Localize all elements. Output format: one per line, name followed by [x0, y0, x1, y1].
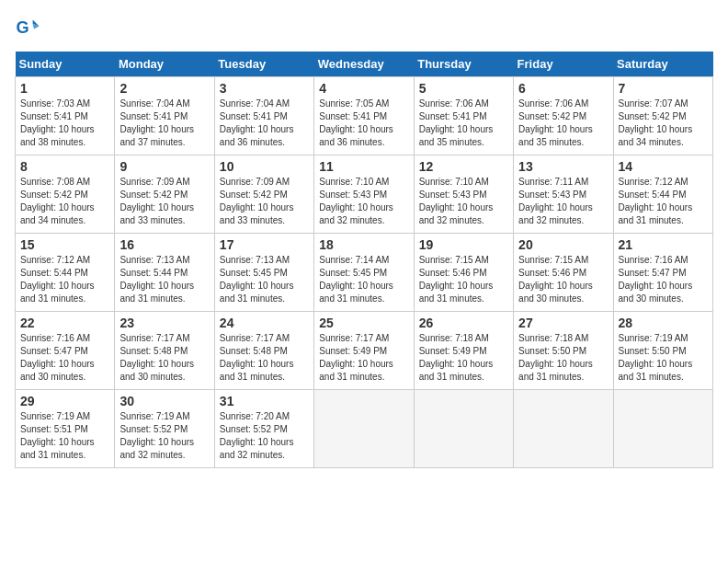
calendar-cell: 20Sunrise: 7:15 AMSunset: 5:46 PMDayligh…	[514, 234, 613, 312]
cell-info: Sunrise: 7:04 AMSunset: 5:41 PMDaylight:…	[119, 98, 209, 149]
calendar-cell: 30Sunrise: 7:19 AMSunset: 5:52 PMDayligh…	[115, 390, 214, 468]
logo-icon: G	[15, 15, 40, 40]
calendar-cell	[414, 390, 513, 468]
cell-info: Sunrise: 7:08 AMSunset: 5:42 PMDaylight:…	[20, 176, 109, 227]
cell-info: Sunrise: 7:15 AMSunset: 5:46 PMDaylight:…	[419, 254, 508, 305]
calendar-cell: 24Sunrise: 7:17 AMSunset: 5:48 PMDayligh…	[214, 312, 313, 390]
calendar-cell: 25Sunrise: 7:17 AMSunset: 5:49 PMDayligh…	[314, 312, 414, 390]
calendar-cell: 9Sunrise: 7:09 AMSunset: 5:42 PMDaylight…	[115, 155, 214, 234]
day-number: 27	[518, 316, 608, 330]
day-number: 12	[419, 159, 508, 174]
day-number: 11	[319, 159, 408, 174]
cell-info: Sunrise: 7:19 AMSunset: 5:52 PMDaylight:…	[119, 410, 209, 462]
calendar-cell: 12Sunrise: 7:10 AMSunset: 5:43 PMDayligh…	[414, 155, 513, 234]
calendar-cell: 4Sunrise: 7:05 AMSunset: 5:41 PMDaylight…	[314, 77, 414, 155]
day-number: 14	[619, 159, 708, 174]
cell-info: Sunrise: 7:13 AMSunset: 5:44 PMDaylight:…	[119, 254, 209, 305]
day-number: 20	[518, 237, 608, 252]
week-row-1: 1Sunrise: 7:03 AMSunset: 5:41 PMDaylight…	[16, 77, 713, 155]
cell-info: Sunrise: 7:18 AMSunset: 5:49 PMDaylight:…	[419, 332, 508, 384]
calendar-cell	[514, 390, 613, 468]
day-number: 30	[119, 394, 209, 408]
calendar-cell: 3Sunrise: 7:04 AMSunset: 5:41 PMDaylight…	[214, 77, 313, 155]
col-header-thursday: Thursday	[414, 52, 513, 77]
calendar-cell: 17Sunrise: 7:13 AMSunset: 5:45 PMDayligh…	[214, 234, 313, 312]
calendar-cell: 14Sunrise: 7:12 AMSunset: 5:44 PMDayligh…	[613, 155, 712, 234]
day-number: 4	[319, 81, 408, 96]
week-row-4: 22Sunrise: 7:16 AMSunset: 5:47 PMDayligh…	[16, 312, 713, 390]
day-number: 1	[20, 81, 109, 96]
calendar-cell: 1Sunrise: 7:03 AMSunset: 5:41 PMDaylight…	[16, 77, 115, 155]
calendar-cell: 5Sunrise: 7:06 AMSunset: 5:41 PMDaylight…	[414, 77, 513, 155]
week-row-5: 29Sunrise: 7:19 AMSunset: 5:51 PMDayligh…	[16, 390, 713, 468]
calendar-cell: 29Sunrise: 7:19 AMSunset: 5:51 PMDayligh…	[16, 390, 115, 468]
calendar-cell: 22Sunrise: 7:16 AMSunset: 5:47 PMDayligh…	[16, 312, 115, 390]
header-row: SundayMondayTuesdayWednesdayThursdayFrid…	[16, 52, 713, 77]
calendar-cell: 27Sunrise: 7:18 AMSunset: 5:50 PMDayligh…	[514, 312, 613, 390]
day-number: 24	[220, 316, 309, 330]
calendar-cell: 7Sunrise: 7:07 AMSunset: 5:42 PMDaylight…	[613, 77, 712, 155]
day-number: 19	[419, 237, 508, 252]
cell-info: Sunrise: 7:11 AMSunset: 5:43 PMDaylight:…	[518, 176, 608, 227]
day-number: 31	[220, 394, 309, 408]
day-number: 17	[220, 237, 309, 252]
cell-info: Sunrise: 7:12 AMSunset: 5:44 PMDaylight:…	[619, 176, 708, 227]
calendar-cell: 2Sunrise: 7:04 AMSunset: 5:41 PMDaylight…	[115, 77, 214, 155]
col-header-sunday: Sunday	[16, 52, 115, 77]
day-number: 13	[518, 159, 608, 174]
cell-info: Sunrise: 7:10 AMSunset: 5:43 PMDaylight:…	[419, 176, 508, 227]
day-number: 22	[20, 316, 109, 330]
col-header-friday: Friday	[514, 52, 613, 77]
day-number: 15	[20, 237, 109, 252]
calendar-cell: 18Sunrise: 7:14 AMSunset: 5:45 PMDayligh…	[314, 234, 414, 312]
cell-info: Sunrise: 7:07 AMSunset: 5:42 PMDaylight:…	[619, 98, 708, 149]
day-number: 29	[20, 394, 109, 408]
calendar-cell: 23Sunrise: 7:17 AMSunset: 5:48 PMDayligh…	[115, 312, 214, 390]
cell-info: Sunrise: 7:09 AMSunset: 5:42 PMDaylight:…	[220, 176, 309, 227]
day-number: 26	[419, 316, 508, 330]
col-header-saturday: Saturday	[613, 52, 712, 77]
cell-info: Sunrise: 7:20 AMSunset: 5:52 PMDaylight:…	[220, 410, 309, 462]
calendar-cell: 8Sunrise: 7:08 AMSunset: 5:42 PMDaylight…	[16, 155, 115, 234]
calendar-cell: 16Sunrise: 7:13 AMSunset: 5:44 PMDayligh…	[115, 234, 214, 312]
day-number: 28	[619, 316, 708, 330]
calendar-cell: 21Sunrise: 7:16 AMSunset: 5:47 PMDayligh…	[613, 234, 712, 312]
day-number: 6	[518, 81, 608, 96]
cell-info: Sunrise: 7:09 AMSunset: 5:42 PMDaylight:…	[119, 176, 209, 227]
day-number: 5	[419, 81, 508, 96]
cell-info: Sunrise: 7:03 AMSunset: 5:41 PMDaylight:…	[20, 98, 109, 149]
col-header-monday: Monday	[115, 52, 214, 77]
cell-info: Sunrise: 7:06 AMSunset: 5:42 PMDaylight:…	[518, 98, 608, 149]
week-row-2: 8Sunrise: 7:08 AMSunset: 5:42 PMDaylight…	[16, 155, 713, 234]
calendar-cell	[613, 390, 712, 468]
calendar-cell: 31Sunrise: 7:20 AMSunset: 5:52 PMDayligh…	[214, 390, 313, 468]
day-number: 25	[319, 316, 408, 330]
day-number: 8	[20, 159, 109, 174]
calendar-cell: 10Sunrise: 7:09 AMSunset: 5:42 PMDayligh…	[214, 155, 313, 234]
cell-info: Sunrise: 7:12 AMSunset: 5:44 PMDaylight:…	[20, 254, 109, 305]
calendar-cell: 15Sunrise: 7:12 AMSunset: 5:44 PMDayligh…	[16, 234, 115, 312]
day-number: 23	[119, 316, 209, 330]
cell-info: Sunrise: 7:17 AMSunset: 5:49 PMDaylight:…	[319, 332, 408, 384]
cell-info: Sunrise: 7:16 AMSunset: 5:47 PMDaylight:…	[20, 332, 109, 384]
day-number: 18	[319, 237, 408, 252]
svg-text:G: G	[16, 18, 28, 37]
cell-info: Sunrise: 7:14 AMSunset: 5:45 PMDaylight:…	[319, 254, 408, 305]
calendar-cell: 11Sunrise: 7:10 AMSunset: 5:43 PMDayligh…	[314, 155, 414, 234]
calendar-cell	[314, 390, 414, 468]
day-number: 2	[119, 81, 209, 96]
day-number: 16	[119, 237, 209, 252]
calendar-table: SundayMondayTuesdayWednesdayThursdayFrid…	[15, 52, 713, 468]
cell-info: Sunrise: 7:19 AMSunset: 5:50 PMDaylight:…	[619, 332, 708, 384]
day-number: 21	[619, 237, 708, 252]
cell-info: Sunrise: 7:04 AMSunset: 5:41 PMDaylight:…	[220, 98, 309, 149]
day-number: 3	[220, 81, 309, 96]
cell-info: Sunrise: 7:17 AMSunset: 5:48 PMDaylight:…	[220, 332, 309, 384]
cell-info: Sunrise: 7:06 AMSunset: 5:41 PMDaylight:…	[419, 98, 508, 149]
day-number: 7	[619, 81, 708, 96]
page-header: G	[15, 15, 713, 40]
col-header-wednesday: Wednesday	[314, 52, 414, 77]
week-row-3: 15Sunrise: 7:12 AMSunset: 5:44 PMDayligh…	[16, 234, 713, 312]
calendar-cell: 19Sunrise: 7:15 AMSunset: 5:46 PMDayligh…	[414, 234, 513, 312]
cell-info: Sunrise: 7:05 AMSunset: 5:41 PMDaylight:…	[319, 98, 408, 149]
